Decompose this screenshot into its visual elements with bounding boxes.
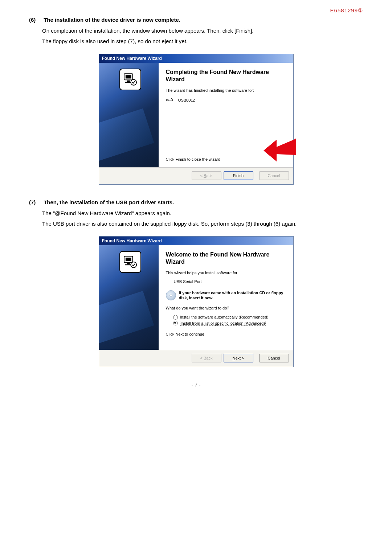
wizard2-info-text: If your hardware came with an installati… (179, 290, 286, 301)
wizard2-click-next: Click Next to continue. (166, 332, 286, 336)
section-6-body: On completion of the installation, the w… (42, 26, 363, 46)
wizard1-device-name: USB001Z (178, 98, 196, 102)
back-button-label: < Back (200, 356, 213, 360)
wizard1-finished-text: The wizard has finished installing the s… (166, 88, 286, 93)
usb-connector-icon (166, 97, 175, 103)
cancel-button-label: Cancel (268, 173, 280, 178)
section-6-number: (6) (29, 17, 42, 23)
cancel-button[interactable]: Cancel (259, 354, 289, 362)
svg-rect-2 (127, 81, 130, 82)
cancel-button[interactable]: Cancel (259, 171, 289, 180)
section-6-body-line2: The floppy disk is also used in step (7)… (42, 36, 363, 47)
svg-point-7 (171, 98, 172, 99)
section-6-body-line1: On completion of the installation, the w… (42, 26, 363, 36)
svg-rect-11 (127, 263, 130, 264)
wizard2-side-graphic (99, 245, 159, 350)
wizard1-title-bar: Found New Hardware Wizard (99, 54, 293, 63)
wizard2-title-bar: Found New Hardware Wizard (99, 237, 293, 245)
section-7-body-line2: The USB port driver is also contained on… (42, 219, 363, 229)
wizard1-footer: < Back Finish Cancel (99, 168, 293, 184)
wizard2-helps-text: This wizard helps you install software f… (166, 271, 286, 275)
svg-rect-10 (125, 258, 131, 261)
section-7-body-line1: The "@Found New Hardware Wizard" appears… (42, 208, 363, 219)
radio-install-automatically[interactable]: Install the software automatically (Reco… (173, 315, 286, 320)
next-button[interactable]: Next > (224, 354, 253, 362)
section-6-header: (6) The installation of the device drive… (29, 17, 363, 23)
page-number: - 7 - (29, 382, 363, 388)
radio-icon (173, 315, 178, 320)
section-6-title: The installation of the device driver is… (44, 17, 180, 23)
back-button[interactable]: < Back (192, 354, 221, 362)
finish-button[interactable]: Finish (224, 171, 253, 180)
wizard2-heading: Welcome to the Found New Hardware Wizard (166, 251, 286, 266)
wizard2-footer: < Back Next > Cancel (99, 350, 293, 367)
radio-icon (173, 321, 178, 325)
finish-button-label: Finish (233, 173, 244, 178)
wizard2-device-name: USB Serial Port (174, 279, 286, 284)
back-button[interactable]: < Back (192, 171, 221, 180)
hardware-icon (119, 251, 141, 273)
radio-specific-label: Install from a list or specific location… (180, 321, 266, 326)
cd-icon (166, 290, 176, 300)
doc-id: E6581299① (29, 7, 363, 14)
section-7-number: (7) (29, 199, 42, 205)
section-7-body: The "@Found New Hardware Wizard" appears… (42, 208, 363, 229)
wizard2-info-row: If your hardware came with an installati… (166, 290, 286, 301)
cancel-button-label: Cancel (268, 356, 280, 360)
svg-marker-8 (264, 138, 296, 161)
hardware-icon (119, 69, 141, 90)
svg-rect-1 (125, 75, 131, 78)
radio-auto-label: Install the software automatically (Reco… (180, 315, 269, 319)
wizard-dialog-completing: Found New Hardware Wizard (99, 54, 294, 185)
wizard-dialog-welcome: Found New Hardware Wizard (99, 236, 294, 367)
wizard1-side-graphic (99, 63, 159, 167)
back-button-label: < Back (200, 173, 213, 178)
section-7-header: (7) Then, the installation of the USB po… (29, 199, 363, 205)
wizard2-question: What do you want the wizard to do? (166, 306, 286, 310)
red-pointer-arrow-icon (264, 138, 296, 161)
svg-point-5 (166, 99, 168, 101)
decorative-shape (99, 291, 154, 344)
radio-install-specific[interactable]: Install from a list or specific location… (173, 321, 286, 326)
next-button-label: Next > (232, 356, 244, 360)
decorative-shape (99, 108, 154, 161)
section-7-title: Then, the installation of the USB port d… (44, 199, 174, 205)
wizard1-heading: Completing the Found New Hardware Wizard (166, 69, 286, 83)
